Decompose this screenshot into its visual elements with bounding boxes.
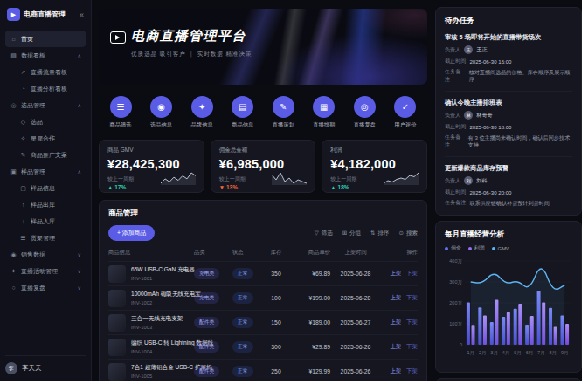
product-thumbnail <box>108 290 126 307</box>
deadline-label: 截止时间 <box>445 123 466 131</box>
quick-action-select[interactable]: ◉选品信息 <box>142 96 181 129</box>
product-thumbnail <box>108 314 126 332</box>
note-value: 联系供应链确认补货预计到货时间 <box>469 200 549 207</box>
sidebar-item-out[interactable]: ↑样品出库 <box>5 196 86 213</box>
table-header: 商品信息品类状态库存商品单价上架时间操作 <box>108 249 418 261</box>
sidebar-item-label: 样品入库 <box>31 217 55 226</box>
product-name: 三合一无线充电支架 <box>131 315 183 323</box>
shelf-on-link[interactable]: 上架 <box>390 319 401 325</box>
product-name: 10000mAh 磁吸无线充电宝 <box>131 291 201 298</box>
toolbar-filter-button[interactable]: ▽筛选 <box>315 230 333 237</box>
quick-action-schedule[interactable]: ▦直播排期 <box>305 96 343 129</box>
sidebar-item-trend[interactable]: ↗直播流量看板 <box>5 64 86 80</box>
products-title: 商品管理 <box>108 209 418 219</box>
sidebar-item-info[interactable]: ▢样品信息 <box>5 180 86 196</box>
product-sku: INV-1002 <box>131 300 201 305</box>
quick-action-review[interactable]: ✓用户评价 <box>386 96 425 129</box>
search-icon: ⊙ <box>399 230 404 237</box>
product-cell: 65W USB-C GaN 充电器INV-1001 <box>108 265 194 283</box>
shelf-on-link[interactable]: 上架 <box>390 367 401 374</box>
quick-action-replay[interactable]: ◎直播复盘 <box>345 96 384 129</box>
shelf-on-link[interactable]: 上架 <box>390 294 401 300</box>
product-name-block: 三合一无线充电支架INV-1003 <box>131 315 183 330</box>
shelf-off-link[interactable]: 下架 <box>406 294 418 300</box>
monthly-chart-legend: 佣金利润GMV <box>445 244 572 252</box>
collapse-sidebar-button[interactable]: « <box>80 10 84 19</box>
sidebar-item-select[interactable]: ◎选品管理∧ <box>5 97 86 113</box>
owner-avatar: 林 <box>464 111 473 120</box>
sidebar-item-replay[interactable]: ○直播复盘∨ <box>5 279 86 296</box>
note-label: 任务备注 <box>445 199 466 207</box>
task-note-row: 任务备注有 3 位主播尚未确认时间，确认后同步技术支持 <box>445 134 572 149</box>
quick-action-product[interactable]: ▤商品信息 <box>224 96 262 129</box>
qa-schedule-icon: ▦ <box>313 96 335 118</box>
activity-icon: ✦ <box>10 268 17 275</box>
sidebar-item-clock[interactable]: ◔直播分析看板 <box>5 80 86 97</box>
sidebar-item-tag[interactable]: ◇选品 <box>5 113 86 130</box>
deadline-value: 2025-06-30 20:00 <box>469 189 511 195</box>
kpi-card: 佣金总金额¥6,985,000较上一周期▼ 13% <box>211 140 316 193</box>
task-deadline-row: 截止时间2025-06-30 18:00 <box>445 123 572 131</box>
toolbar-search-button[interactable]: ⊙搜索 <box>399 230 418 237</box>
sidebar-item-doc[interactable]: ✎商品推广文案 <box>5 147 86 163</box>
owner-label: 负责人 <box>445 46 460 54</box>
sidebar-item-dashboard[interactable]: ▤数据看板∧ <box>5 47 86 64</box>
shelf-off-link[interactable]: 下架 <box>406 343 418 349</box>
trend-icon: ↗ <box>19 69 27 76</box>
live-tv-icon <box>110 31 126 44</box>
date-cell: 2025-06-26 <box>330 344 381 350</box>
category-badge: 充电类 <box>194 292 219 304</box>
quick-action-filter[interactable]: ☰商品筛选 <box>101 96 140 129</box>
column-header: 品类 <box>194 249 232 257</box>
shelf-off-link[interactable]: 下架 <box>406 367 418 374</box>
price-cell: ¥29.89 <box>288 344 330 350</box>
category-badge: 充电类 <box>194 268 219 279</box>
quick-action-label: 直播排期 <box>305 121 343 129</box>
quick-action-plan[interactable]: ✎直播策划 <box>264 96 302 129</box>
shelf-off-link[interactable]: 下架 <box>406 270 418 276</box>
note-label: 任务备注 <box>445 134 465 149</box>
qa-filter-icon: ☰ <box>110 96 132 118</box>
sidebar-item-home[interactable]: ⌂首页 <box>5 31 86 47</box>
toolbar-sort-button[interactable]: ⇅排序 <box>370 230 389 237</box>
quick-action-label: 商品信息 <box>224 121 262 129</box>
sidebar-item-sample[interactable]: ▣样品管理∧ <box>5 163 86 180</box>
product-name-block: 10000mAh 磁吸无线充电宝INV-1002 <box>131 291 201 305</box>
toolbar-group-button[interactable]: ⊞分组 <box>342 230 361 237</box>
main-content: 电商直播管理平台 优质选品 吸引客户 ｜ 实时数据 精准决策 ☰商品筛选◉选品信… <box>92 0 431 381</box>
user-profile[interactable]: 李 李天天 <box>5 355 86 374</box>
sidebar-item-activity[interactable]: ✦直播活动管理∨ <box>5 263 86 279</box>
category-badge: 配件类 <box>194 366 219 377</box>
live-icon: ▶ <box>7 8 20 21</box>
column-header: 上架时间 <box>330 249 381 257</box>
legend-label: 利润 <box>474 244 485 252</box>
sidebar-item-shelf[interactable]: ☰货架管理 <box>5 230 86 246</box>
sidebar-item-sales[interactable]: ◉销售数据∨ <box>5 246 86 263</box>
price-cell: ¥199.00 <box>288 295 330 301</box>
table-row: 10000mAh 磁吸无线充电宝INV-1002充电类正常100¥199.002… <box>108 285 418 310</box>
product-cell: 三合一无线充电支架INV-1003 <box>108 314 194 332</box>
status-badge: 正常 <box>232 292 253 304</box>
kpi-value: ¥6,985,000 <box>219 157 308 171</box>
legend-item: 佣金 <box>445 244 461 252</box>
todo-task: 更新爆款商品库存预警负责人刘刘科截止时间2025-06-30 20:00任务备注… <box>445 156 572 207</box>
svg-text:7月: 7月 <box>537 350 545 356</box>
add-product-button[interactable]: + 添加商品 <box>108 225 155 241</box>
note-value: 核对直播间选品的价格、库存顺序及展示顺序 <box>469 69 572 82</box>
task-title: 确认今晚主播排班表 <box>445 99 572 107</box>
shelf-on-link[interactable]: 上架 <box>390 270 401 276</box>
chevron-down-icon: ∨ <box>78 251 81 257</box>
column-header: 状态 <box>232 249 264 257</box>
group-icon: ⊞ <box>342 230 347 237</box>
shelf-off-link[interactable]: 下架 <box>406 319 418 325</box>
kpi-value: ¥4,182,000 <box>330 157 419 171</box>
price-cell: ¥129.99 <box>288 368 330 374</box>
task-owner-row: 负责人王王正 <box>445 45 572 54</box>
quick-action-brand[interactable]: ✦品牌信息 <box>183 96 221 129</box>
sidebar-item-partner[interactable]: ✧星犀合作 <box>5 130 86 147</box>
shelf-on-link[interactable]: 上架 <box>390 343 401 349</box>
note-label: 任务备注 <box>445 68 466 84</box>
table-row: 编织 USB-C 转 Lightning 数据线INV-1004配件类正常300… <box>108 334 418 359</box>
sidebar-item-in[interactable]: ↓样品入库 <box>5 213 86 230</box>
banner-title: 电商直播管理平台 <box>131 28 427 45</box>
